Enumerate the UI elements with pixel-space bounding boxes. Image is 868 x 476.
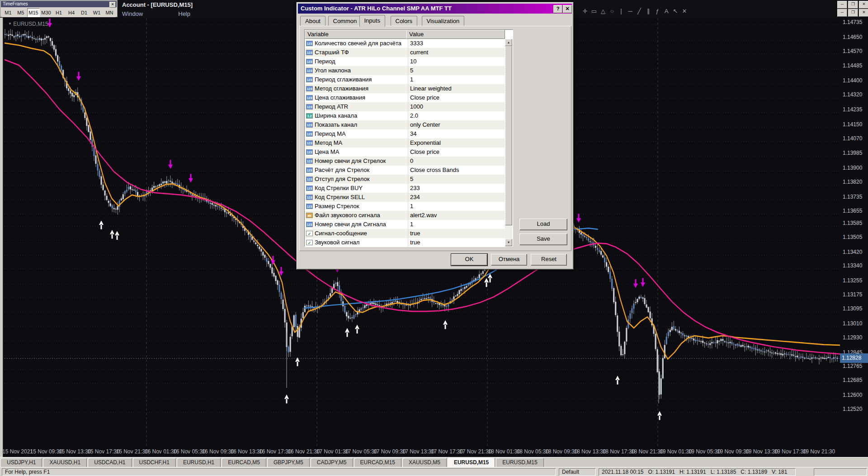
param-row[interactable]: 123Цена MAClose price (305, 148, 505, 157)
rectangle-icon[interactable]: ▭ (590, 7, 599, 16)
reset-button[interactable]: Reset (531, 254, 567, 266)
param-row[interactable]: 123Период ATR1000 (305, 102, 505, 111)
chart-tab-cadjpy,m5[interactable]: CADJPY,M5 (311, 458, 353, 467)
table-scrollbar[interactable]: ▲ ▼ (505, 39, 512, 246)
timeframe-button-h1[interactable]: H1 (52, 8, 65, 17)
param-row[interactable]: 123Цена сглаживанияClose price (305, 93, 505, 102)
param-row[interactable]: 123Метод MAExponential (305, 138, 505, 148)
param-value[interactable]: 1 (408, 75, 505, 84)
crosshair-icon[interactable]: ✛ (580, 7, 590, 16)
param-value[interactable]: 1 (408, 220, 505, 229)
chart-tab-xauusd,m5[interactable]: XAUUSD,M5 (402, 458, 447, 467)
chart-tab-gbpjpy,m5[interactable]: GBPJPY,M5 (267, 458, 310, 467)
param-row[interactable]: 123Размер Стрелок1 (305, 202, 505, 211)
fibonacci-icon[interactable]: ƒ (653, 7, 662, 16)
triangle-icon[interactable]: △ (599, 7, 608, 16)
param-row[interactable]: 123Период сглаживания1 (305, 75, 505, 84)
app-maximize-icon[interactable]: ❐ (848, 1, 858, 9)
param-row[interactable]: 123Номер свечи для Стрелок0 (305, 157, 505, 166)
chart-tab-eurusd,m15[interactable]: EURUSD,M15 (496, 458, 543, 467)
chart-close-icon[interactable]: ✕ (859, 9, 868, 17)
ok-button[interactable]: OK (451, 254, 487, 266)
app-minimize-icon[interactable]: ─ (837, 1, 847, 9)
timeframe-button-m30[interactable]: M30 (40, 8, 52, 17)
chart-minimize-icon[interactable]: ─ (837, 9, 847, 17)
param-value[interactable]: 234 (408, 193, 505, 202)
param-row[interactable]: 123Период10 (305, 57, 505, 66)
toolbar-close-icon[interactable]: ✕ (680, 7, 689, 16)
dialog-close-button[interactable]: ✕ (563, 5, 572, 13)
param-row[interactable]: 123Метод сглаживанияLinear weighted (305, 84, 505, 93)
tab-common[interactable]: Common (328, 16, 362, 26)
chart-tab-eurusd,m15[interactable]: EURUSD,M15 (448, 458, 495, 467)
param-value[interactable]: 1 (408, 202, 505, 211)
timeframe-button-h4[interactable]: H4 (65, 8, 78, 17)
scroll-up-icon[interactable]: ▲ (505, 39, 512, 46)
status-profile[interactable]: Default (559, 468, 596, 476)
text-icon[interactable]: A (662, 7, 671, 16)
param-row[interactable]: 123Расчёт для СтрелокClose cross Bands (305, 166, 505, 175)
param-row[interactable]: 123Период MA34 (305, 129, 505, 138)
app-close-icon[interactable]: ✕ (859, 1, 868, 9)
param-value[interactable]: alert2.wav (408, 211, 505, 220)
chart-tab-eurusd,h1[interactable]: EURUSD,H1 (177, 458, 221, 467)
param-row[interactable]: ✓Сигнал-сообщениеtrue (305, 229, 505, 238)
param-value[interactable]: only Center (408, 120, 505, 129)
timeframe-button-m5[interactable]: M5 (14, 8, 27, 17)
param-row[interactable]: abФайл звукового сигналаalert2.wav (305, 211, 505, 220)
param-row[interactable]: 1.2Ширина канала2.0 (305, 111, 505, 120)
timeframe-button-w1[interactable]: W1 (90, 8, 103, 17)
param-value[interactable]: 5 (408, 175, 505, 184)
arrow-icon[interactable]: ↖ (671, 7, 680, 16)
scrollbar-thumb[interactable] (505, 46, 512, 225)
chart-tab-xauusd,h1[interactable]: XAUUSD,H1 (43, 458, 87, 467)
vertical-line-icon[interactable]: ❘ (617, 7, 626, 16)
timeframe-button-mn[interactable]: MN (103, 8, 116, 17)
toolbar-close-icon[interactable]: ✕ (109, 2, 116, 8)
param-row[interactable]: 123Количество свечей для расчёта3333 (305, 39, 505, 48)
param-row[interactable]: 123Отступ для Стрелок5 (305, 175, 505, 184)
param-value[interactable]: 10 (408, 57, 505, 66)
timeframe-button-m1[interactable]: M1 (2, 8, 14, 17)
param-value[interactable]: Close price (408, 93, 505, 102)
param-value[interactable]: 1000 (408, 102, 505, 111)
chart-tab-eurcad,m15[interactable]: EURCAD,M15 (354, 458, 401, 467)
chart-maximize-icon[interactable]: ❐ (848, 9, 858, 17)
param-value[interactable]: current (408, 48, 505, 57)
param-value[interactable]: true (408, 238, 505, 247)
param-value[interactable]: Close price (408, 148, 505, 157)
menu-item-window[interactable]: Window (122, 10, 143, 17)
param-value[interactable]: 34 (408, 129, 505, 138)
dialog-help-button[interactable]: ? (553, 5, 562, 13)
channel-icon[interactable]: ∥ (644, 7, 653, 16)
ellipse-icon[interactable]: ○ (608, 7, 617, 16)
chevron-down-icon[interactable]: ▼ (8, 22, 12, 26)
param-row[interactable]: 123Код Стрелки BUY233 (305, 184, 505, 193)
param-value[interactable]: 233 (408, 184, 505, 193)
tab-visualization[interactable]: Visualization (422, 16, 465, 26)
chart-tab-usdchf,h1[interactable]: USDCHF,H1 (133, 458, 176, 467)
param-row[interactable]: 123Показать каналonly Center (305, 120, 505, 129)
param-value[interactable]: Exponential (408, 138, 505, 148)
param-value[interactable]: 3333 (408, 39, 505, 48)
time-axis[interactable]: 15 Nov 202115 Nov 09:3015 Nov 13:3015 No… (5, 447, 840, 457)
dialog-title-bar[interactable]: Custom Indicator - ATR HiLo Channel SMP … (298, 4, 572, 14)
cancel-button[interactable]: Отмена (491, 254, 527, 266)
param-row[interactable]: 123Номер свечи для Сигнала1 (305, 220, 505, 229)
param-value[interactable]: Linear weighted (408, 84, 505, 93)
tab-about[interactable]: About (300, 16, 326, 26)
param-value[interactable]: 5 (408, 66, 505, 75)
chart-tab-eurcad,m5[interactable]: EURCAD,M5 (222, 458, 266, 467)
column-header-value[interactable]: Value (406, 30, 505, 39)
param-value[interactable]: Close cross Bands (408, 166, 505, 175)
column-header-variable[interactable]: Variable (305, 30, 407, 39)
scroll-down-icon[interactable]: ▼ (505, 239, 512, 246)
param-row[interactable]: 123Код Стрелки SELL234 (305, 193, 505, 202)
param-row[interactable]: 123Угол наклона5 (305, 66, 505, 75)
price-axis[interactable]: 1.147351.146501.145701.144851.144001.143… (840, 18, 868, 447)
menu-item-help[interactable]: Help (178, 10, 190, 17)
param-value[interactable]: 2.0 (408, 111, 505, 120)
load-button[interactable]: Load (519, 219, 567, 230)
save-button[interactable]: Save (519, 233, 567, 245)
param-row[interactable]: ✓Звуковой сигналtrue (305, 238, 505, 247)
